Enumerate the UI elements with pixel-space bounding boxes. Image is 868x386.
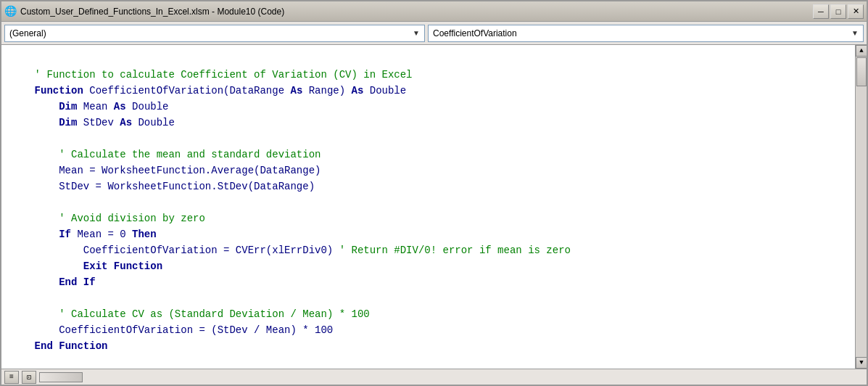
- status-btn-1[interactable]: ≡: [4, 371, 19, 384]
- code-line: Dim Mean As Double: [1, 99, 855, 115]
- vertical-scrollbar[interactable]: ▲ ▼: [855, 45, 867, 369]
- code-line: StDev = WorksheetFunction.StDev(DataRang…: [1, 178, 855, 194]
- title-bar: 🌐 Custom_User_Defined_Functions_In_Excel…: [1, 1, 867, 22]
- code-line: ' Function to calculate Coefficient of V…: [1, 67, 855, 83]
- code-line: If Mean = 0 Then: [1, 226, 855, 242]
- code-line: Dim StDev As Double: [1, 115, 855, 131]
- code-line: Exit Function: [1, 258, 855, 274]
- status-btn-2[interactable]: ⊡: [22, 371, 36, 384]
- scroll-thumb[interactable]: [856, 57, 867, 86]
- code-line: Function CoefficientOfVariation(DataRang…: [1, 83, 855, 99]
- code-line: ' Calculate CV as (Standard Deviation / …: [1, 306, 855, 322]
- app-icon: 🌐: [4, 6, 16, 17]
- function-dropdown-value: CoefficientOfVariation: [433, 28, 517, 38]
- code-line: End If: [1, 274, 855, 290]
- code-content[interactable]: ' Function to calculate Coefficient of V…: [1, 45, 855, 369]
- scroll-up-button[interactable]: ▲: [856, 45, 867, 57]
- code-line: CoefficientOfVariation = CVErr(xlErrDiv0…: [1, 242, 855, 258]
- code-line: CoefficientOfVariation = (StDev / Mean) …: [1, 322, 855, 338]
- code-line: [1, 290, 855, 306]
- scroll-track[interactable]: [856, 57, 867, 357]
- code-line: ' Avoid division by zero: [1, 210, 855, 226]
- status-bar: ≡ ⊡: [1, 369, 867, 385]
- title-buttons: ─ □ ✕: [813, 4, 864, 19]
- scroll-down-button[interactable]: ▼: [856, 357, 867, 369]
- code-line: Mean = WorksheetFunction.Average(DataRan…: [1, 163, 855, 178]
- horizontal-scroll-thumb[interactable]: [39, 372, 83, 382]
- function-dropdown-arrow: ▼: [851, 29, 859, 37]
- minimize-button[interactable]: ─: [813, 4, 829, 19]
- code-area: ' Function to calculate Coefficient of V…: [1, 45, 867, 369]
- code-line: [1, 131, 855, 147]
- title-bar-left: 🌐 Custom_User_Defined_Functions_In_Excel…: [4, 6, 284, 17]
- code-line: End Function: [1, 338, 855, 354]
- code-line: ' Calculate the mean and standard deviat…: [1, 147, 855, 163]
- code-line: [1, 51, 855, 67]
- toolbar-row: (General) ▼ CoefficientOfVariation ▼: [1, 22, 867, 45]
- vba-editor-window: 🌐 Custom_User_Defined_Functions_In_Excel…: [0, 0, 868, 386]
- maximize-button[interactable]: □: [830, 4, 846, 19]
- function-dropdown[interactable]: CoefficientOfVariation ▼: [428, 25, 864, 42]
- window-title: Custom_User_Defined_Functions_In_Excel.x…: [20, 7, 284, 17]
- general-dropdown-value: (General): [9, 28, 46, 38]
- general-dropdown-arrow: ▼: [413, 29, 420, 37]
- code-line: [1, 194, 855, 210]
- close-button[interactable]: ✕: [848, 4, 864, 19]
- general-dropdown[interactable]: (General) ▼: [4, 25, 425, 42]
